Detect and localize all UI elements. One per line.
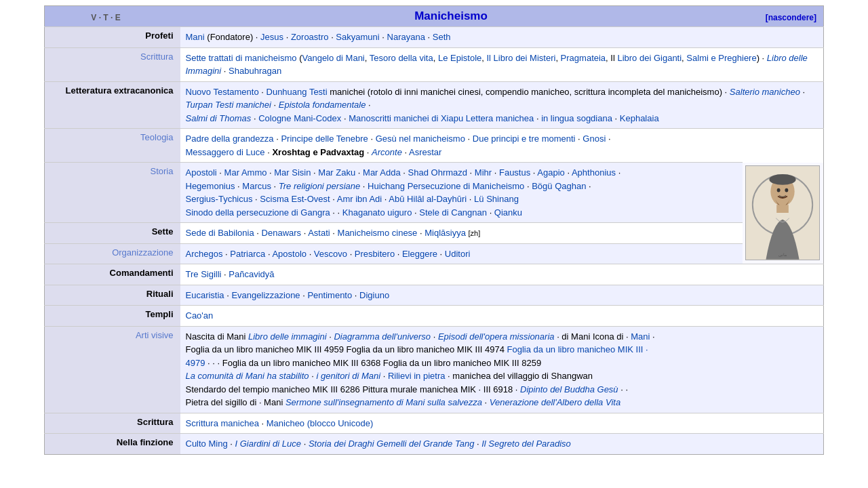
svg-text:مانی: مانی bbox=[778, 252, 787, 256]
link-pragmateia[interactable]: Pragmateia bbox=[561, 53, 606, 63]
link-principe-tenebre[interactable]: Principe delle Tenebre bbox=[281, 134, 368, 144]
link-eleggere[interactable]: Eleggere bbox=[402, 249, 437, 259]
link-lettera-manichea[interactable]: Lettera manichea bbox=[466, 113, 534, 123]
row-letteratura: Letteratura extracanonica Nuovo Testamen… bbox=[45, 81, 824, 129]
link-gnosi[interactable]: Gnosi bbox=[583, 134, 606, 144]
link-sergius[interactable]: Sergius-Tychicus bbox=[186, 194, 253, 204]
label-storia: Storia bbox=[45, 163, 180, 223]
link-mani-fondatore[interactable]: Mani bbox=[186, 32, 205, 42]
link-shad[interactable]: Shad Ohrmazd bbox=[408, 167, 467, 178]
link-foglia4979[interactable]: Foglia da un libro manicheo MIK III · 49… bbox=[186, 344, 648, 368]
link-miqlasiyya[interactable]: Miqlāsiyya bbox=[425, 228, 466, 238]
link-arconte[interactable]: Arconte bbox=[372, 147, 402, 157]
link-manicheo-unicode[interactable]: Manicheo (blocco Unicode) bbox=[267, 418, 374, 428]
link-mar-ammo[interactable]: Mar Ammo bbox=[224, 167, 267, 178]
link-messaggero[interactable]: Messaggero di Luce bbox=[186, 147, 265, 157]
hide-link[interactable]: [nascondere] bbox=[766, 13, 816, 22]
link-asrestar[interactable]: Asrestar bbox=[409, 147, 441, 157]
link-patriarca[interactable]: Patriarca bbox=[230, 249, 265, 259]
link-culto-ming[interactable]: Culto Ming bbox=[186, 439, 228, 449]
link-khaganato[interactable]: Khaganato uiguro bbox=[342, 207, 412, 218]
row-sette: Sette Sede di Babilonia · Denawars · Ast… bbox=[45, 223, 824, 244]
link-rilievi[interactable]: Rilievi in pietra bbox=[388, 371, 446, 381]
link-dipinto-buddha[interactable]: Dipinto del Buddha Gesù bbox=[520, 384, 618, 394]
link-denawars[interactable]: Denawars bbox=[262, 228, 302, 238]
link-evangelizzazione[interactable]: Evangelizzazione bbox=[231, 290, 300, 300]
svg-point-3 bbox=[769, 174, 795, 185]
link-salterio[interactable]: Salterio manicheo bbox=[730, 87, 800, 97]
link-salmi-thomas[interactable]: Salmi di Thomas bbox=[186, 113, 252, 123]
link-zoroastro[interactable]: Zoroastro bbox=[291, 32, 329, 42]
link-episodi[interactable]: Episodi dell'opera missionaria bbox=[438, 331, 555, 342]
link-sakyamuni[interactable]: Sakyamuni bbox=[336, 32, 379, 42]
link-salmi-preghiere[interactable]: Salmi e Preghiere bbox=[686, 53, 756, 63]
link-mani2[interactable]: Mani bbox=[631, 331, 650, 342]
link-libro-misteri[interactable]: Il Libro dei Misteri bbox=[487, 53, 556, 63]
link-tre-religioni[interactable]: Tre religioni persiane bbox=[279, 181, 360, 191]
link-stele[interactable]: Stele di Cangnan bbox=[419, 207, 487, 218]
link-epistola[interactable]: Epistola fondamentale bbox=[279, 100, 366, 110]
link-astati[interactable]: Astati bbox=[308, 228, 330, 238]
link-vescovo[interactable]: Vescovo bbox=[314, 249, 347, 259]
link-abu[interactable]: Abū Hilāl al-Dayhūri bbox=[389, 194, 467, 204]
link-manicheismo-cinese[interactable]: Manicheismo cinese bbox=[338, 228, 418, 238]
link-gesu-manicheismo[interactable]: Gesù nel manicheismo bbox=[376, 134, 465, 144]
link-hegemonius[interactable]: Hegemonius bbox=[186, 181, 235, 191]
link-scisma[interactable]: Scisma Est-Ovest bbox=[260, 194, 330, 204]
link-apostolo[interactable]: Apostolo bbox=[272, 249, 307, 259]
link-lu-shinang[interactable]: Lü Shinang bbox=[474, 194, 519, 204]
link-sogdiana[interactable]: in lingua sogdiana bbox=[541, 113, 612, 123]
link-marcus[interactable]: Marcus bbox=[242, 181, 271, 191]
link-presbitero[interactable]: Presbitero bbox=[355, 249, 395, 259]
link-libro-immagini2[interactable]: Libro delle immagini bbox=[248, 331, 327, 342]
link-sette-trattati[interactable]: Sette trattati di manicheismo bbox=[186, 53, 297, 63]
link-mar-sisin[interactable]: Mar Sisin bbox=[274, 167, 311, 178]
link-mihr[interactable]: Mihr bbox=[475, 167, 492, 178]
link-nuovo-testamento[interactable]: Nuovo Testamento bbox=[186, 87, 259, 97]
link-shabuhragan[interactable]: Shabuhragan bbox=[229, 66, 281, 76]
link-mar-zaku[interactable]: Mar Zaku bbox=[318, 167, 355, 178]
link-agapio[interactable]: Agapio bbox=[537, 167, 564, 178]
link-comunita[interactable]: La comunità di Mani ha stabilito bbox=[186, 371, 309, 381]
link-giardini-luce[interactable]: I Giardini di Luce bbox=[235, 439, 301, 449]
link-apostoli[interactable]: Apostoli bbox=[186, 167, 217, 178]
link-narayana[interactable]: Narayana bbox=[387, 32, 425, 42]
link-tre-sigilli[interactable]: Tre Sigilli bbox=[186, 269, 222, 279]
link-aphthonius[interactable]: Aphthonius bbox=[572, 167, 616, 178]
link-tesoro-vita[interactable]: Tesoro della vita bbox=[370, 53, 433, 63]
link-venerazione[interactable]: Venerazione dell'Albero della Vita bbox=[490, 397, 620, 407]
link-sede-babilonia[interactable]: Sede di Babilonia bbox=[186, 228, 254, 238]
link-huichang[interactable]: Huichang Persecuzione di Manicheismo bbox=[368, 181, 524, 191]
link-diagramma[interactable]: Diagramma dell'universo bbox=[334, 331, 431, 342]
link-storia-draghi[interactable]: Storia dei Draghi Gemelli del Grande Tan… bbox=[309, 439, 475, 449]
link-seth[interactable]: Seth bbox=[433, 32, 451, 42]
link-dunhuang[interactable]: Dunhuang Testi bbox=[267, 87, 328, 97]
link-genitori[interactable]: i genitori di Mani bbox=[316, 371, 380, 381]
link-archegos[interactable]: Archegos bbox=[186, 249, 223, 259]
link-faustus[interactable]: Faustus bbox=[499, 167, 530, 178]
link-epistole[interactable]: Le Epistole bbox=[438, 53, 481, 63]
link-caoan[interactable]: Cao'an bbox=[186, 310, 214, 321]
link-eucaristia[interactable]: Eucaristia bbox=[186, 290, 224, 300]
link-manoscritti[interactable]: Manoscritti manichei di Xiapu bbox=[349, 113, 463, 123]
link-mar-adda[interactable]: Mar Adda bbox=[363, 167, 401, 178]
link-turpan[interactable]: Turpan Testi manichei bbox=[186, 100, 271, 110]
link-padre-grandezza[interactable]: Padre della grandezza bbox=[186, 134, 274, 144]
link-cologne[interactable]: Cologne Mani-Codex bbox=[258, 113, 341, 123]
link-scrittura-manichea[interactable]: Scrittura manichea bbox=[186, 418, 259, 428]
link-amr[interactable]: Amr ibn Adi bbox=[337, 194, 382, 204]
link-due-principi[interactable]: Due principi e tre momenti bbox=[473, 134, 576, 144]
link-pentimento[interactable]: Pentimento bbox=[307, 290, 352, 300]
link-sinodo[interactable]: Sinodo della persecuzione di Gangra bbox=[186, 207, 330, 218]
link-qianku[interactable]: Qianku bbox=[494, 207, 522, 218]
link-pancavidya[interactable]: Pañcavidyā bbox=[229, 269, 274, 279]
link-sermone[interactable]: Sermone sull'insegnamento di Mani sulla … bbox=[285, 397, 482, 407]
link-jesus[interactable]: Jesus bbox=[260, 32, 283, 42]
link-kephalaia[interactable]: Kephalaia bbox=[620, 113, 659, 123]
link-libro-giganti[interactable]: Libro dei Giganti bbox=[617, 53, 682, 63]
link-uditori[interactable]: Uditori bbox=[445, 249, 471, 259]
link-segreto-paradiso[interactable]: Il Segreto del Paradiso bbox=[481, 439, 571, 449]
link-bogu[interactable]: Bögü Qaghan bbox=[532, 181, 586, 191]
link-digiuno[interactable]: Digiuno bbox=[359, 290, 389, 300]
link-vangelo-mani[interactable]: Vangelo di Mani bbox=[302, 53, 364, 63]
